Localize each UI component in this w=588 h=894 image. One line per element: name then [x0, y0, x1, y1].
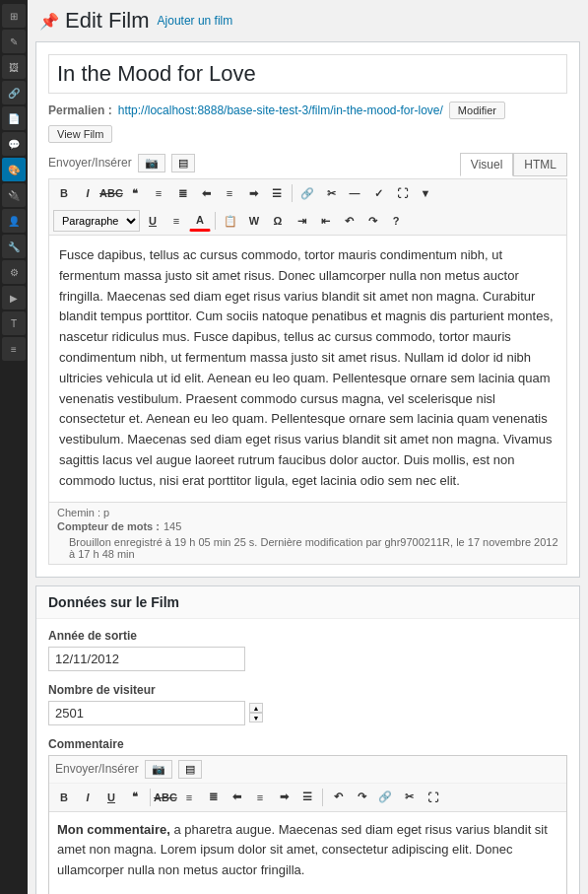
- toolbar-paste-word[interactable]: W: [243, 210, 265, 232]
- toolbar-align-right[interactable]: ➡: [242, 182, 264, 204]
- toolbar-align-justify[interactable]: ☰: [266, 182, 288, 204]
- wysiwyg-fullscreen[interactable]: ⛶: [422, 787, 443, 808]
- visiteur-input[interactable]: [48, 701, 245, 725]
- metabox-body: Année de sortie Nombre de visiteur ▲ ▼ C…: [36, 619, 579, 894]
- wysiwyg-body[interactable]: Mon commentaire, a pharetra augue. Maece…: [49, 812, 566, 894]
- sidebar-icon-users[interactable]: 👤: [2, 209, 26, 233]
- number-down[interactable]: ▼: [249, 713, 263, 722]
- permalink-url[interactable]: http://localhost:8888/base-site-test-3/f…: [118, 103, 443, 117]
- wysiwyg-bold[interactable]: B: [53, 787, 75, 808]
- sidebar-icon-links[interactable]: 🔗: [2, 81, 26, 104]
- wysiwyg-blockquote[interactable]: ❝: [124, 787, 146, 808]
- toolbar-bold[interactable]: B: [53, 182, 75, 204]
- toolbar-paragraph-select[interactable]: Paragraphe: [53, 210, 140, 232]
- number-spinner: ▲ ▼: [249, 703, 263, 722]
- admin-sidebar: ⊞ ✎ 🖼 🔗 📄 💬 🎨 🔌 👤 🔧 ⚙ ▶ T ≡: [0, 0, 28, 894]
- toolbar-sep2: [215, 212, 216, 230]
- wysiwyg-align-left[interactable]: ⬅: [226, 787, 247, 808]
- tab-visual[interactable]: Visuel: [460, 153, 513, 176]
- sidebar-icon-tools[interactable]: 🔧: [2, 235, 26, 258]
- media-browse-button[interactable]: ▤: [171, 154, 195, 172]
- sidebar-icon-dashboard[interactable]: ⊞: [2, 4, 26, 28]
- toolbar-outdent[interactable]: ⇤: [314, 210, 336, 232]
- sidebar-icon-plugins[interactable]: 🔌: [2, 183, 26, 207]
- toolbar-ol[interactable]: ≣: [171, 182, 193, 204]
- modifier-button[interactable]: Modifier: [449, 102, 505, 119]
- tab-html[interactable]: HTML: [513, 153, 567, 176]
- toolbar-help[interactable]: ?: [385, 210, 407, 232]
- wysiwyg-undo[interactable]: ↶: [327, 787, 349, 808]
- toolbar-spellcheck[interactable]: ✓: [367, 182, 389, 204]
- sidebar-icon-custom2[interactable]: T: [2, 311, 26, 335]
- wysiwyg-link[interactable]: 🔗: [374, 787, 396, 808]
- post-editor-wrap: Permalien : http://localhost:8888/base-s…: [35, 41, 580, 578]
- editor-toolbar-row1: B I ABC ❝ ≡ ≣ ⬅ ≡ ➡ ☰ 🔗 ✂ — ✓ ⛶ ▼: [48, 178, 567, 207]
- sidebar-icon-media[interactable]: 🖼: [2, 55, 26, 79]
- media-upload-button[interactable]: 📷: [138, 154, 165, 172]
- page-title: 📌 Edit Film: [39, 8, 150, 34]
- toolbar-italic[interactable]: I: [77, 182, 98, 204]
- toolbar-indent[interactable]: ⇥: [291, 210, 312, 232]
- toolbar-ul[interactable]: ≡: [148, 182, 169, 204]
- wysiwyg-italic[interactable]: I: [77, 787, 98, 808]
- annee-label: Année de sortie: [48, 629, 567, 643]
- sidebar-icon-comments[interactable]: 💬: [2, 132, 26, 156]
- sidebar-icon-pages[interactable]: 📄: [2, 106, 26, 130]
- field-annee: Année de sortie: [48, 629, 567, 671]
- metabox-film: Données sur le Film Année de sortie Nomb…: [35, 585, 580, 894]
- sidebar-icon-appearance[interactable]: 🎨: [2, 158, 26, 181]
- editor-toolbar-row2: Paragraphe U ≡ A 📋 W Ω ⇥ ⇤ ↶ ↷ ?: [48, 207, 567, 235]
- wysiwyg-sep1: [150, 789, 151, 806]
- sidebar-icon-settings[interactable]: ⚙: [2, 260, 26, 284]
- wysiwyg-strikethrough[interactable]: ABC: [155, 787, 176, 808]
- sidebar-icon-custom3[interactable]: ≡: [2, 337, 26, 361]
- annee-input[interactable]: [48, 647, 245, 671]
- toolbar-text-color[interactable]: A: [189, 210, 211, 232]
- wysiwyg-align-justify[interactable]: ☰: [296, 787, 318, 808]
- word-count-value: 145: [163, 520, 181, 532]
- toolbar-insert-more[interactable]: —: [344, 182, 365, 204]
- toolbar-special-char[interactable]: Ω: [267, 210, 289, 232]
- permalink-label: Permalien :: [48, 103, 112, 117]
- view-film-button[interactable]: View Film: [48, 125, 112, 143]
- toolbar-blockquote[interactable]: ❝: [124, 182, 146, 204]
- send-insert-label: Envoyer/Insérer: [48, 156, 132, 170]
- wysiwyg-align-center[interactable]: ≡: [249, 787, 271, 808]
- wysiwyg-ul[interactable]: ≡: [178, 787, 200, 808]
- toolbar-link[interactable]: 🔗: [296, 182, 318, 204]
- wysiwyg-unlink[interactable]: ✂: [398, 787, 420, 808]
- wysiwyg-align-right[interactable]: ➡: [273, 787, 294, 808]
- wysiwyg-media-btn2[interactable]: ▤: [178, 760, 202, 779]
- wysiwyg-sendbar: Envoyer/Insérer 📷 ▤: [49, 756, 566, 784]
- word-count-row: Compteur de mots : 145 Brouillon enregis…: [57, 520, 558, 560]
- toolbar-paste-text[interactable]: 📋: [220, 210, 241, 232]
- wysiwyg-sep2: [322, 789, 323, 806]
- wysiwyg-ol[interactable]: ≣: [202, 787, 224, 808]
- sidebar-icon-custom1[interactable]: ▶: [2, 286, 26, 309]
- toolbar-align-center[interactable]: ≡: [219, 182, 240, 204]
- toolbar-underline[interactable]: U: [142, 210, 163, 232]
- wysiwyg-send-label: Envoyer/Insérer: [55, 762, 139, 776]
- post-title-input[interactable]: [48, 54, 567, 94]
- toolbar-unlink[interactable]: ✂: [320, 182, 342, 204]
- toolbar-undo[interactable]: ↶: [338, 210, 359, 232]
- field-commentaire: Commentaire Envoyer/Insérer 📷 ▤ B I U ❝: [48, 737, 567, 894]
- page-header: 📌 Edit Film Ajouter un film: [28, 0, 588, 37]
- visiteur-label: Nombre de visiteur: [48, 683, 567, 697]
- chemin-row: Chemin : p: [57, 507, 558, 518]
- toolbar-strikethrough[interactable]: ABC: [100, 182, 122, 204]
- toolbar-justify[interactable]: ≡: [165, 210, 187, 232]
- metabox-title: Données sur le Film: [36, 586, 579, 619]
- draft-info: Brouillon enregistré à 19 h 05 min 25 s.…: [69, 536, 558, 560]
- sidebar-icon-posts[interactable]: ✎: [2, 30, 26, 53]
- toolbar-more-btn[interactable]: ▼: [415, 182, 436, 204]
- add-film-link[interactable]: Ajouter un film: [158, 14, 233, 28]
- number-up[interactable]: ▲: [249, 703, 263, 713]
- wysiwyg-redo[interactable]: ↷: [351, 787, 372, 808]
- wysiwyg-media-btn1[interactable]: 📷: [145, 760, 172, 779]
- toolbar-align-left[interactable]: ⬅: [195, 182, 217, 204]
- toolbar-redo[interactable]: ↷: [361, 210, 383, 232]
- toolbar-fullscreen[interactable]: ⛶: [391, 182, 413, 204]
- wysiwyg-underline[interactable]: U: [100, 787, 122, 808]
- editor-body[interactable]: Fusce dapibus, tellus ac cursus commodo,…: [48, 235, 567, 503]
